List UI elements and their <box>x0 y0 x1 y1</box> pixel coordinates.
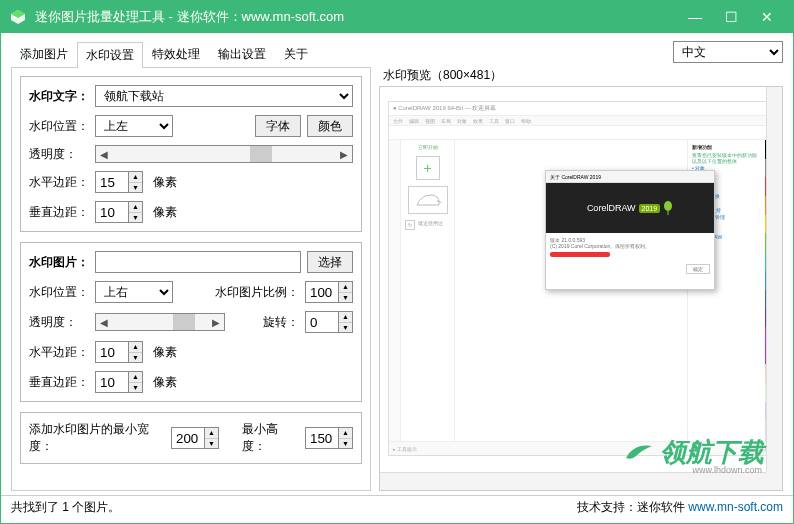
wm-image-label: 水印图片： <box>29 254 89 271</box>
language-select[interactable]: 中文 <box>673 41 783 63</box>
left-panel: 添加图片 水印设置 特效处理 输出设置 关于 水印文字： 领航下载站 水印位置：… <box>11 41 371 491</box>
pv-menubar: 文件编辑视图布局对象效果工具窗口帮助 <box>389 116 773 126</box>
preview-image: ● CorelDRAW 2019 64-Bit — 欢迎屏幕 文件编辑视图布局对… <box>388 101 774 456</box>
minimize-button[interactable]: ― <box>677 1 713 33</box>
pv-canvas: 关于 CorelDRAW 2019 CorelDRAW 2019 版本 21.0… <box>455 140 687 441</box>
titlebar: 迷你图片批量处理工具 - 迷你软件：www.mn-soft.com ― ☐ ✕ <box>1 1 793 33</box>
img-vmargin-spinner[interactable]: ▲▼ <box>95 371 143 393</box>
tab-bar: 添加图片 水印设置 特效处理 输出设置 关于 <box>11 41 371 68</box>
maximize-button[interactable]: ☐ <box>713 1 749 33</box>
min-height-label: 最小高度： <box>242 421 299 455</box>
plus-icon: + <box>416 156 440 180</box>
unit-label: 像素 <box>153 344 177 361</box>
wm-text-input[interactable]: 领航下载站 <box>95 85 353 107</box>
tab-output[interactable]: 输出设置 <box>209 41 275 67</box>
img-ratio-spinner[interactable]: ▲▼ <box>305 281 353 303</box>
pv-about-dialog: 关于 CorelDRAW 2019 CorelDRAW 2019 版本 21.0… <box>545 170 715 290</box>
wm-pos-select[interactable]: 上左 <box>95 115 173 137</box>
tab-watermark[interactable]: 水印设置 <box>77 42 143 68</box>
pv-tool-rail <box>389 140 401 441</box>
min-width-label: 添加水印图片的最小宽度： <box>29 421 165 455</box>
img-pos-label: 水印位置： <box>29 284 89 301</box>
support-text: 技术支持：迷你软件 www.mn-soft.com <box>577 499 783 516</box>
img-vmargin-label: 垂直边距： <box>29 374 89 391</box>
unit-label: 像素 <box>153 204 177 221</box>
min-height-spinner[interactable]: ▲▼ <box>305 427 353 449</box>
wm-image-path[interactable] <box>95 251 301 273</box>
window-title: 迷你图片批量处理工具 - 迷你软件：www.mn-soft.com <box>35 8 677 26</box>
support-link[interactable]: www.mn-soft.com <box>688 500 783 514</box>
img-ratio-label: 水印图片比例： <box>215 284 299 301</box>
chevron-left-icon[interactable]: ◀ <box>96 314 112 330</box>
vertical-scrollbar[interactable] <box>766 87 782 472</box>
app-logo-icon <box>9 8 27 26</box>
svg-point-2 <box>664 201 672 211</box>
preview-label: 水印预览（800×481） <box>379 67 783 84</box>
chevron-right-icon[interactable]: ▶ <box>208 314 224 330</box>
opacity-label: 透明度： <box>29 146 89 163</box>
rotate-label: 旋转： <box>263 314 299 331</box>
wm-pos-label: 水印位置： <box>29 118 89 135</box>
image-watermark-group: 水印图片： 选择 水印位置： 上右 水印图片比例： ▲▼ 透明度： ◀ <box>20 242 362 402</box>
text-opacity-slider[interactable]: ◀ ▶ <box>95 145 353 163</box>
hmargin-label: 水平边距： <box>29 174 89 191</box>
vmargin-label: 垂直边距： <box>29 204 89 221</box>
text-hmargin-spinner[interactable]: ▲▼ <box>95 171 143 193</box>
unit-label: 像素 <box>153 174 177 191</box>
text-watermark-group: 水印文字： 领航下载站 水印位置： 上左 字体 颜色 透明度： ◀ ▶ <box>20 76 362 232</box>
tab-effects[interactable]: 特效处理 <box>143 41 209 67</box>
right-panel: 中文 水印预览（800×481） ● CorelDRAW 2019 64-Bit… <box>379 41 783 491</box>
img-pos-select[interactable]: 上右 <box>95 281 173 303</box>
unit-label: 像素 <box>153 374 177 391</box>
wm-text-label: 水印文字： <box>29 88 89 105</box>
tab-about[interactable]: 关于 <box>275 41 317 67</box>
font-button[interactable]: 字体 <box>255 115 301 137</box>
img-opacity-slider[interactable]: ◀ ▶ <box>95 313 225 331</box>
text-vmargin-spinner[interactable]: ▲▼ <box>95 201 143 223</box>
wing-icon <box>624 438 654 468</box>
redacted-bar <box>550 252 610 257</box>
balloon-icon <box>663 201 673 215</box>
select-image-button[interactable]: 选择 <box>307 251 353 273</box>
rotate-spinner[interactable]: ▲▼ <box>305 311 353 333</box>
chevron-left-icon[interactable]: ◀ <box>96 146 112 162</box>
img-hmargin-label: 水平边距： <box>29 344 89 361</box>
brand-watermark: 领航下载 www.lhdown.com <box>624 435 764 470</box>
img-hmargin-spinner[interactable]: ▲▼ <box>95 341 143 363</box>
img-opacity-label: 透明度： <box>29 314 89 331</box>
close-button[interactable]: ✕ <box>749 1 785 33</box>
pv-sidebar: 立即开始 + ↻最近使用过 <box>401 140 455 441</box>
min-width-spinner[interactable]: ▲▼ <box>171 427 219 449</box>
chevron-right-icon[interactable]: ▶ <box>336 146 352 162</box>
pv-ok-button: 确定 <box>686 264 710 274</box>
tab-add-image[interactable]: 添加图片 <box>11 41 77 67</box>
min-size-group: 添加水印图片的最小宽度： ▲▼ 最小高度： ▲▼ <box>20 412 362 464</box>
preview-area: ● CorelDRAW 2019 64-Bit — 欢迎屏幕 文件编辑视图布局对… <box>379 86 783 491</box>
pv-window-title: ● CorelDRAW 2019 64-Bit — 欢迎屏幕 <box>389 102 773 116</box>
status-text: 共找到了 1 个图片。 <box>11 499 120 516</box>
color-button[interactable]: 颜色 <box>307 115 353 137</box>
pv-toolbar <box>389 126 773 140</box>
cap-icon <box>408 186 448 214</box>
statusbar: 共找到了 1 个图片。 技术支持：迷你软件 www.mn-soft.com <box>1 495 793 519</box>
